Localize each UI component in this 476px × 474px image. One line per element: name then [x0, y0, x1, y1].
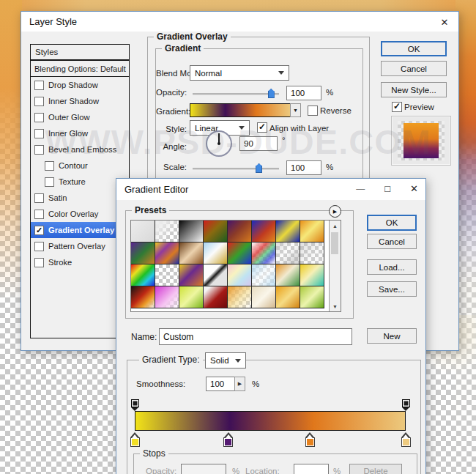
gradient-preset-swatch[interactable] — [130, 242, 155, 264]
style-checkbox[interactable] — [34, 81, 44, 90]
maximize-icon[interactable]: □ — [384, 184, 390, 193]
gradient-preset-swatch[interactable] — [130, 286, 155, 308]
gradient-preset-swatch[interactable] — [130, 220, 155, 242]
stop-opacity-input[interactable] — [181, 464, 226, 474]
style-checkbox[interactable] — [34, 97, 44, 106]
gradient-type-dropdown[interactable]: Solid — [205, 352, 246, 369]
sidebar-item-outer-glow[interactable]: Outer Glow — [31, 109, 129, 125]
gradient-preset-swatch[interactable] — [155, 242, 179, 264]
style-checkbox[interactable] — [34, 113, 44, 122]
scale-slider-track[interactable] — [193, 168, 279, 170]
style-checkbox[interactable] — [34, 145, 44, 155]
sidebar-item-blending-options[interactable]: Blending Options: Default — [31, 61, 129, 77]
scale-slider-handle[interactable] — [256, 163, 262, 173]
sidebar-item-texture[interactable]: Texture — [31, 174, 129, 190]
opacity-input[interactable]: 100 — [286, 86, 321, 100]
style-checkbox[interactable] — [34, 210, 44, 219]
gradient-preset-swatch[interactable] — [179, 242, 204, 264]
angle-input[interactable]: 90 — [239, 136, 278, 151]
gradient-preset-swatch[interactable] — [227, 242, 252, 264]
gradient-editor-bar[interactable] — [135, 411, 406, 431]
smoothness-input[interactable]: 100 — [206, 377, 235, 391]
style-checkbox[interactable] — [34, 129, 44, 138]
sidebar-item-stroke[interactable]: Stroke — [31, 254, 129, 270]
load-button[interactable]: Load... — [367, 259, 417, 275]
name-input[interactable]: Custom — [159, 328, 352, 345]
gradient-preset-swatch[interactable] — [251, 220, 276, 242]
ge-ok-button[interactable]: OK — [367, 215, 417, 231]
sidebar-item-inner-glow[interactable]: Inner Glow — [31, 125, 129, 141]
style-checkbox[interactable]: ✓ — [34, 226, 44, 235]
gradient-preset-swatch[interactable] — [179, 264, 204, 286]
gradient-preset-swatch[interactable] — [155, 286, 179, 308]
gradient-preset-swatch[interactable] — [227, 264, 252, 286]
gradient-preset-swatch[interactable] — [179, 220, 204, 242]
sidebar-item-color-overlay[interactable]: Color Overlay — [31, 206, 129, 222]
gradient-preset-swatch[interactable] — [203, 242, 228, 264]
angle-dial[interactable] — [206, 130, 232, 157]
color-stop[interactable] — [223, 432, 233, 447]
gradient-preset-swatch[interactable] — [203, 264, 228, 286]
gradient-preset-swatch[interactable] — [227, 286, 252, 308]
scrollbar-thumb[interactable] — [331, 232, 338, 254]
opacity-slider-handle[interactable] — [268, 89, 275, 98]
gradient-picker-dropdown-button[interactable]: ▼ — [290, 103, 301, 117]
gradient-preset-swatch[interactable] — [300, 220, 324, 242]
presets-menu-button[interactable]: ▶ — [329, 205, 341, 218]
gradient-preset-swatch[interactable] — [275, 286, 300, 308]
gradient-preset-swatch[interactable] — [203, 220, 228, 242]
close-icon[interactable]: ✕ — [410, 184, 418, 193]
gradient-preset-swatch[interactable] — [203, 286, 228, 308]
opacity-slider-track[interactable] — [193, 93, 279, 95]
new-button[interactable]: New — [367, 328, 417, 344]
gradient-preset-swatch[interactable] — [251, 242, 276, 264]
reverse-checkbox[interactable] — [308, 105, 318, 116]
sidebar-item-bevel-and-emboss[interactable]: Bevel and Emboss — [31, 141, 129, 158]
gradient-preset-swatch[interactable] — [275, 220, 300, 242]
ge-cancel-button[interactable]: Cancel — [367, 234, 417, 249]
gradient-preset-swatch[interactable] — [251, 264, 276, 286]
cancel-button[interactable]: Cancel — [381, 61, 447, 76]
gradient-preset-swatch[interactable] — [300, 286, 324, 308]
sidebar-item-contour[interactable]: Contour — [31, 158, 129, 174]
gradient-preset-swatch[interactable] — [251, 286, 276, 308]
delete-button[interactable]: Delete — [349, 464, 402, 474]
gradient-preset-swatch[interactable] — [155, 264, 179, 286]
save-button[interactable]: Save... — [367, 281, 417, 297]
smoothness-spinner-button[interactable]: ▶ — [234, 377, 245, 391]
style-checkbox[interactable] — [34, 242, 44, 251]
sidebar-item-satin[interactable]: Satin — [31, 190, 129, 206]
sidebar-item-inner-shadow[interactable]: Inner Shadow — [31, 93, 129, 109]
gradient-preset-swatch[interactable] — [179, 286, 204, 308]
color-stop[interactable] — [130, 432, 140, 447]
gradient-preset-swatch[interactable] — [300, 264, 324, 286]
blend-mode-dropdown[interactable]: Normal — [190, 65, 289, 81]
minimize-icon[interactable]: — — [356, 185, 365, 193]
gradient-preset-swatch[interactable] — [275, 242, 300, 264]
presets-scrollbar[interactable]: ▲ ▼ — [329, 221, 341, 311]
ok-button[interactable]: OK — [381, 41, 447, 56]
color-stop[interactable] — [401, 432, 411, 447]
preview-checkbox[interactable]: ✓ — [392, 102, 402, 112]
style-checkbox[interactable] — [34, 258, 44, 267]
gradient-preset-swatch[interactable] — [227, 220, 252, 242]
style-checkbox[interactable] — [34, 193, 44, 203]
color-stop[interactable] — [305, 432, 315, 447]
opacity-stop[interactable] — [130, 399, 139, 411]
scroll-down-icon[interactable]: ▼ — [330, 301, 341, 311]
sidebar-item-pattern-overlay[interactable]: Pattern Overlay — [31, 238, 129, 254]
gradient-preset-swatch[interactable] — [275, 264, 300, 286]
opacity-stop[interactable] — [401, 399, 410, 411]
sidebar-item-drop-shadow[interactable]: Drop Shadow — [31, 77, 129, 93]
style-checkbox[interactable] — [45, 161, 54, 171]
layer-style-titlebar[interactable]: Layer Style ✕ — [21, 12, 458, 32]
gradient-editor-titlebar[interactable]: Gradient Editor — □ ✕ — [116, 179, 425, 200]
gradient-preset-swatch[interactable] — [130, 264, 155, 286]
scale-input[interactable]: 100 — [286, 160, 321, 175]
gradient-preset-swatch[interactable] — [300, 242, 324, 264]
sidebar-item-gradient-overlay[interactable]: ✓Gradient Overlay — [31, 222, 129, 238]
stop-location-input[interactable] — [294, 464, 329, 474]
align-with-layer-checkbox[interactable]: ✓ — [257, 122, 267, 133]
gradient-preset-swatch[interactable] — [155, 220, 179, 242]
style-checkbox[interactable] — [45, 177, 54, 187]
